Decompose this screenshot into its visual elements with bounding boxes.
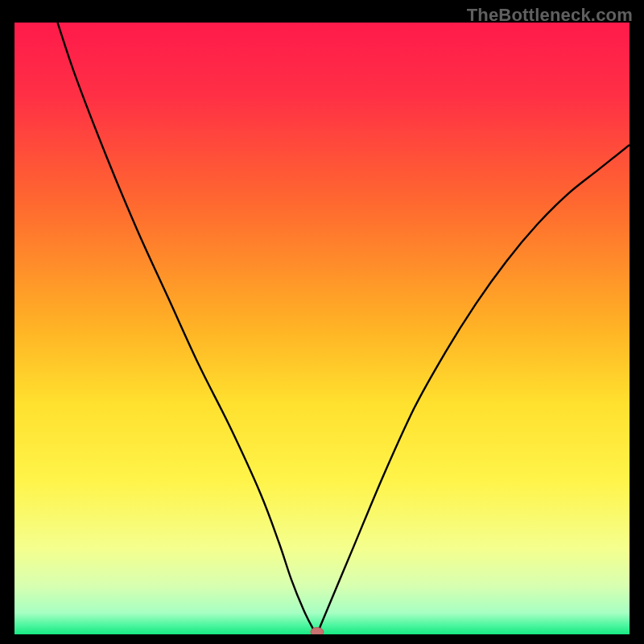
gradient-background [14,23,630,634]
chart-frame: TheBottleneck.com [0,0,644,644]
bottleneck-chart [14,23,630,634]
plot-area [14,23,630,634]
optimal-point-marker [311,628,324,635]
